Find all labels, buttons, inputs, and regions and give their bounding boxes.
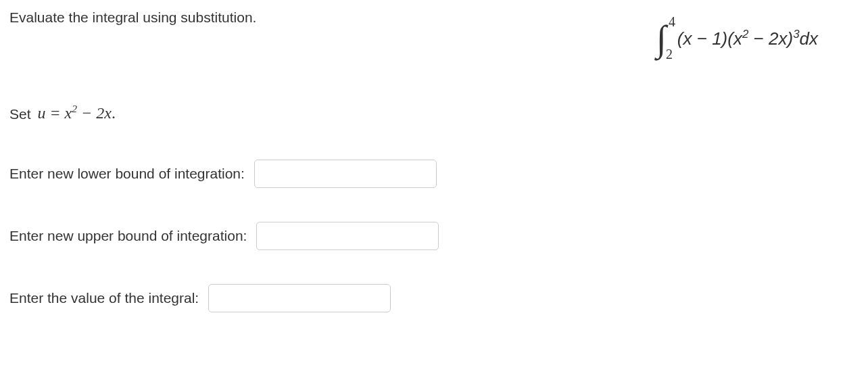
substitution-expression: u = x2 − 2x. xyxy=(34,104,116,122)
integral-value-input[interactable] xyxy=(208,284,391,312)
upper-bound-input[interactable] xyxy=(256,222,439,250)
integral-upper-bound: 4 xyxy=(669,15,675,28)
lower-bound-input[interactable] xyxy=(254,160,437,188)
integral-lower-bound: 2 xyxy=(666,47,673,61)
integral-expression: ∫ 4 2 (x − 1)(x2 − 2x)3dx xyxy=(656,8,859,57)
lower-bound-label: Enter new lower bound of integration: xyxy=(9,166,245,182)
integrand-text: (x − 1)(x2 − 2x)3dx xyxy=(669,28,818,49)
substitution-line: Set u = x2 − 2x. xyxy=(9,104,859,122)
instruction-text: Evaluate the integral using substitution… xyxy=(9,8,256,26)
set-label: Set xyxy=(9,106,31,122)
integral-sign-icon: ∫ 4 2 xyxy=(656,20,667,57)
upper-bound-label: Enter new upper bound of integration: xyxy=(9,228,247,244)
integral-value-label: Enter the value of the integral: xyxy=(9,290,199,306)
